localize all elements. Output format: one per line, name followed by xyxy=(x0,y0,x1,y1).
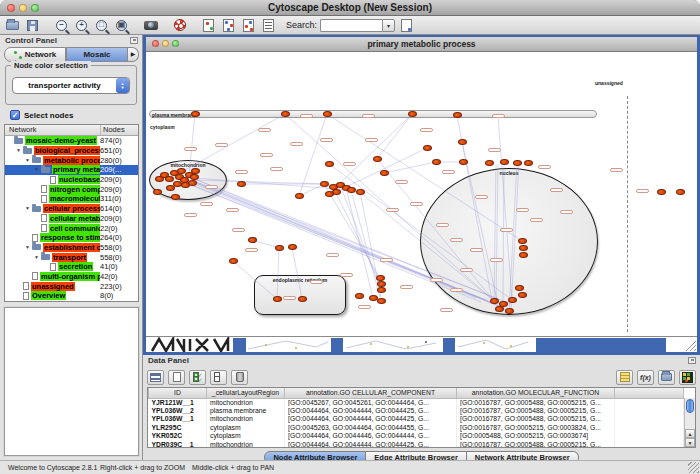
network-node[interactable] xyxy=(320,181,329,187)
network-node[interactable] xyxy=(298,296,307,302)
float-dock-icon[interactable] xyxy=(130,37,138,44)
birdseye-view-panel[interactable] xyxy=(4,307,139,456)
network-node[interactable] xyxy=(288,244,297,250)
zoom-in-icon[interactable]: + xyxy=(73,17,90,33)
resize-grip-icon[interactable] xyxy=(688,462,699,473)
network-node[interactable] xyxy=(229,258,238,264)
network-node[interactable] xyxy=(490,298,499,304)
tree-row[interactable]: Overview8(0) xyxy=(5,291,138,301)
float-dock-icon[interactable] xyxy=(688,357,696,364)
tree-row[interactable]: nucleobase-209(0) xyxy=(5,175,138,185)
tree-row[interactable]: ▼establishment of lo558(0) xyxy=(5,243,138,253)
tree-row[interactable]: ▼primary metabo209(... xyxy=(5,165,138,175)
network-node[interactable] xyxy=(505,308,514,314)
network-node[interactable] xyxy=(171,194,180,200)
expander-icon[interactable]: ▼ xyxy=(25,243,32,252)
network-node[interactable] xyxy=(347,187,356,193)
search-dropdown-icon[interactable]: ▾ xyxy=(382,19,395,32)
layout-edges-icon[interactable] xyxy=(240,17,257,33)
table-row[interactable]: YKR052Ccytoplasm[GO:0044464, GO:0044446,… xyxy=(149,432,684,440)
network-node[interactable] xyxy=(153,189,162,195)
expander-icon[interactable]: ▼ xyxy=(25,156,32,165)
table-row[interactable]: YJR121W__1mitochondrion[GO:0045267, GO:0… xyxy=(149,398,684,406)
scroll-up-icon[interactable]: ▲ xyxy=(685,429,695,438)
network-node[interactable] xyxy=(248,237,257,243)
expander-icon[interactable]: ▼ xyxy=(34,253,41,262)
annotation-list-icon[interactable] xyxy=(616,370,633,385)
tree-row[interactable]: ▼metabolic process280(0) xyxy=(5,155,138,165)
search-input[interactable] xyxy=(320,19,382,32)
expander-icon[interactable]: ▼ xyxy=(16,146,23,155)
column-header[interactable]: _cellularLayoutRegion xyxy=(207,388,285,398)
new-attribute-icon[interactable] xyxy=(168,370,185,385)
table-row[interactable]: YDR039C__1mitochondrion[GO:0044464, GO:0… xyxy=(149,440,684,448)
tree-row[interactable]: unassigned223(0) xyxy=(5,281,138,291)
table-scrollbar[interactable]: ▲ ▼ xyxy=(684,398,695,447)
delete-attribute-icon[interactable] xyxy=(231,370,248,385)
network-node[interactable] xyxy=(325,161,334,167)
select-nodes-checkbox[interactable]: ✓ xyxy=(10,110,20,120)
expander-icon[interactable]: ▼ xyxy=(25,204,32,213)
network-node[interactable] xyxy=(191,168,200,174)
tree-row[interactable]: response to stimulu264(0) xyxy=(5,233,138,243)
window-titlebar[interactable]: Cytoscape Desktop (New Session) xyxy=(0,0,700,16)
network-node[interactable] xyxy=(453,112,462,118)
table-row[interactable]: YPL036W__2plasma membrane[GO:0044464, GO… xyxy=(149,406,684,414)
tree-row[interactable]: nitrogen compo209(0) xyxy=(5,184,138,194)
zoom-fit-icon[interactable]: ▣ xyxy=(113,17,130,33)
network-node[interactable] xyxy=(508,297,517,303)
network-node[interactable] xyxy=(281,111,290,117)
table-row[interactable]: YLR295Ccytoplasm[GO:0045263, GO:0044464,… xyxy=(149,423,684,431)
network-node[interactable] xyxy=(165,176,174,182)
open-session-icon[interactable] xyxy=(4,17,21,33)
column-header[interactable]: annotation.GO CELLULAR_COMPONENT xyxy=(285,388,457,398)
network-node[interactable] xyxy=(355,293,364,299)
tree-row[interactable]: macromolecule311(0) xyxy=(5,194,138,204)
tree-row[interactable]: mosaic-demo-yeast874(0) xyxy=(5,136,138,146)
tree-row[interactable]: cell communicat22(0) xyxy=(5,223,138,233)
network-node[interactable] xyxy=(177,168,186,174)
unselect-attributes-icon[interactable] xyxy=(210,370,227,385)
network-node[interactable] xyxy=(518,238,527,244)
node-color-dropdown[interactable]: transporter activity ▲▼ xyxy=(12,77,130,94)
attribute-table-icon[interactable] xyxy=(147,370,164,385)
tree-header-nodes[interactable]: Nodes xyxy=(101,125,138,135)
column-header[interactable]: ID xyxy=(149,388,207,398)
network-node[interactable] xyxy=(515,285,524,291)
network-node[interactable] xyxy=(458,139,467,145)
network-node[interactable] xyxy=(237,181,246,187)
tree-row[interactable]: ▼biological_process651(0) xyxy=(5,146,138,156)
tab-overflow-arrow-icon[interactable]: ▶ xyxy=(128,47,139,62)
tree-row[interactable]: ▼transport558(0) xyxy=(5,252,138,262)
select-attributes-icon[interactable]: ✓✓ xyxy=(189,370,206,385)
network-canvas[interactable]: plasma membranecytoplasmmitochondrionnuc… xyxy=(146,52,697,336)
save-session-icon[interactable] xyxy=(24,17,41,33)
network-node[interactable] xyxy=(524,160,533,166)
network-node[interactable] xyxy=(519,252,528,258)
network-node[interactable] xyxy=(495,306,504,312)
zoom-out-icon[interactable]: − xyxy=(53,17,70,33)
network-node[interactable] xyxy=(191,111,200,117)
formula-icon[interactable]: f(x) xyxy=(637,370,654,385)
network-node[interactable] xyxy=(676,189,685,195)
tree-row[interactable]: secretion41(0) xyxy=(5,262,138,272)
layout-nodes-icon[interactable] xyxy=(220,17,237,33)
tree-row[interactable]: ▼cellular process614(0) xyxy=(5,204,138,214)
network-node[interactable] xyxy=(377,287,386,293)
network-node[interactable] xyxy=(188,180,197,186)
network-node[interactable] xyxy=(657,189,666,195)
network-node[interactable] xyxy=(408,111,417,117)
scroll-down-icon[interactable]: ▼ xyxy=(685,438,695,447)
network-node[interactable] xyxy=(518,292,527,298)
expander-icon[interactable]: ▼ xyxy=(34,165,41,174)
network-node[interactable] xyxy=(356,189,365,195)
zoom-selected-icon[interactable]: □ xyxy=(93,17,110,33)
network-node[interactable] xyxy=(485,160,494,166)
advanced-search-icon[interactable] xyxy=(398,17,415,33)
tree-header-network[interactable]: Network xyxy=(5,125,101,135)
snapshot-camera-icon[interactable] xyxy=(142,17,159,33)
network-node[interactable] xyxy=(500,159,509,165)
network-node[interactable] xyxy=(377,298,386,304)
tab-mosaic[interactable]: Mosaic xyxy=(66,47,128,62)
annotation-page-icon[interactable] xyxy=(260,17,277,33)
